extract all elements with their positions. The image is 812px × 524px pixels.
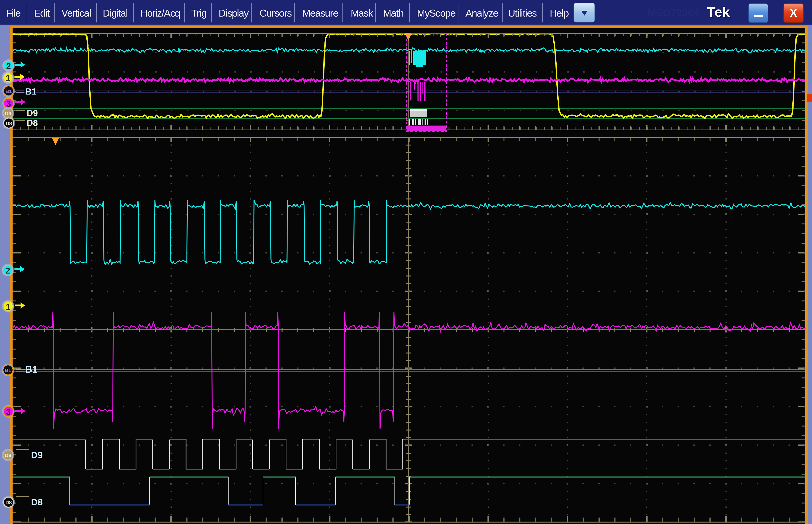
svg-text:B1: B1 xyxy=(5,88,12,94)
svg-text:2: 2 xyxy=(5,266,10,275)
svg-text:D9: D9 xyxy=(5,453,11,458)
svg-text:1: 1 xyxy=(6,73,10,83)
svg-text:2: 2 xyxy=(6,62,11,71)
svg-text:D8: D8 xyxy=(27,118,38,128)
svg-text:D9: D9 xyxy=(31,450,43,460)
svg-text:D8: D8 xyxy=(5,120,12,126)
svg-text:D8: D8 xyxy=(31,497,43,507)
svg-text:3: 3 xyxy=(6,407,11,416)
svg-text:B1: B1 xyxy=(25,86,36,96)
svg-text:D8: D8 xyxy=(5,500,12,505)
svg-text:1: 1 xyxy=(6,302,11,311)
svg-text:B1: B1 xyxy=(25,364,37,375)
svg-text:B1: B1 xyxy=(5,367,11,373)
svg-text:D9: D9 xyxy=(5,111,11,116)
svg-text:D9: D9 xyxy=(27,108,38,118)
